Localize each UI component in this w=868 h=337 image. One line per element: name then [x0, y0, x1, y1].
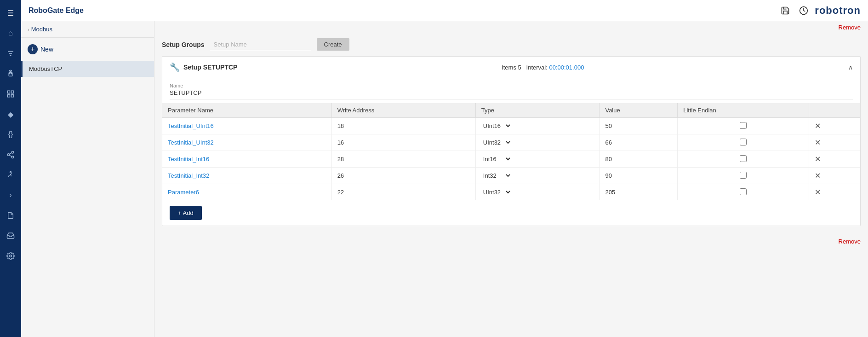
main-wrapper: RoboGate Edge robotron › Modbus + [21, 0, 868, 337]
cell-type-4: UInt16UInt32Int16Int32FloatDouble [475, 184, 600, 201]
type-select-1[interactable]: UInt16UInt32Int16Int32FloatDouble [481, 139, 512, 146]
setup-card: 🔧 Setup SETUPTCP Items 5 Interval: 00:00… [162, 56, 861, 226]
name-field-value: SETUPTCP [170, 89, 853, 99]
little-endian-checkbox-4[interactable] [740, 188, 747, 195]
param-name-link-0[interactable]: TestInitial_UInt16 [168, 122, 214, 129]
hamburger-icon[interactable]: ☰ [2, 5, 19, 21]
delete-button-2[interactable]: ✕ [815, 155, 821, 163]
create-button[interactable]: Create [317, 38, 349, 51]
sidebar-item-modbustcp[interactable]: ModbusTCP [21, 61, 154, 77]
setup-card-meta: Items 5 Interval: 00:00:01.000 [502, 64, 584, 71]
diamond-icon[interactable]: ◆ [2, 106, 19, 122]
new-button-row: + New [21, 38, 154, 61]
little-endian-checkbox-2[interactable] [740, 155, 747, 162]
type-select-2[interactable]: UInt16UInt32Int16Int32FloatDouble [481, 155, 512, 163]
file-icon[interactable] [2, 207, 19, 224]
table-row: TestInitial_UInt16 18 UInt16UInt32Int16I… [162, 118, 860, 134]
topbar: RoboGate Edge robotron [21, 0, 868, 21]
type-select-4[interactable]: UInt16UInt32Int16Int32FloatDouble [481, 188, 512, 196]
robot-icon[interactable] [2, 65, 19, 82]
cell-little-endian-2 [678, 151, 809, 168]
add-button-row: + Add [162, 200, 860, 226]
table-row: Parameter6 22 UInt16UInt32Int16Int32Floa… [162, 184, 860, 201]
svg-point-16 [10, 172, 11, 173]
person-run-icon[interactable] [2, 167, 19, 183]
cell-value-4: 205 [600, 184, 678, 201]
cell-write-address-0: 18 [331, 118, 475, 134]
cell-param-name-2: TestInitial_Int16 [162, 151, 331, 168]
cell-little-endian-4 [678, 184, 809, 201]
save-button[interactable] [778, 3, 793, 18]
cell-value-2: 80 [600, 151, 678, 168]
param-name-link-3[interactable]: TestInitial_Int32 [168, 172, 209, 179]
cell-param-name-3: TestInitial_Int32 [162, 168, 331, 184]
name-section: Name SETUPTCP [162, 78, 860, 103]
cell-type-0: UInt16UInt32Int16Int32FloatDouble [475, 118, 600, 134]
cell-param-name-1: TestInitial_UInt32 [162, 134, 331, 151]
settings-icon[interactable] [2, 248, 19, 264]
setup-card-title: Setup SETUPTCP [183, 64, 237, 71]
col-param-name: Parameter Name [162, 103, 331, 118]
little-endian-checkbox-1[interactable] [740, 139, 747, 145]
svg-line-15 [9, 153, 11, 154]
type-select-3[interactable]: UInt16UInt32Int16Int32FloatDouble [481, 172, 512, 180]
type-select-0[interactable]: UInt16UInt32Int16Int32FloatDouble [481, 122, 512, 130]
svg-point-11 [11, 151, 14, 154]
setup-card-header: 🔧 Setup SETUPTCP Items 5 Interval: 00:00… [162, 57, 860, 78]
param-name-link-4[interactable]: Parameter6 [168, 189, 199, 196]
home-icon[interactable]: ⌂ [2, 25, 19, 41]
bottom-remove-button[interactable]: Remove [839, 238, 861, 245]
svg-point-13 [11, 156, 14, 158]
new-button[interactable]: + New [28, 44, 53, 54]
top-remove-button[interactable]: Remove [839, 24, 861, 31]
breadcrumb[interactable]: › Modbus [28, 26, 148, 33]
history-button[interactable] [796, 3, 811, 18]
add-button[interactable]: + Add [170, 206, 202, 220]
wrench-icon: 🔧 [170, 62, 180, 72]
svg-line-14 [9, 155, 11, 157]
svg-point-5 [11, 73, 12, 74]
col-value: Value [600, 103, 678, 118]
items-count: 5 [518, 64, 521, 71]
svg-point-12 [7, 154, 10, 156]
cell-little-endian-3 [678, 168, 809, 184]
layers-icon[interactable] [2, 227, 19, 244]
table-header-row: Parameter Name Write Address Type Value … [162, 103, 860, 118]
content-wrapper: › Modbus + New ModbusTCP Remove [21, 21, 868, 337]
svg-rect-6 [10, 70, 12, 71]
new-button-label: New [40, 46, 53, 53]
param-name-link-1[interactable]: TestInitial_UInt32 [168, 139, 214, 146]
code-icon[interactable]: {} [2, 126, 19, 143]
svg-rect-10 [11, 95, 14, 97]
collapse-icon[interactable]: ∧ [848, 64, 853, 71]
setup-card-title-row: 🔧 Setup SETUPTCP [170, 62, 237, 72]
cell-type-2: UInt16UInt32Int16Int32FloatDouble [475, 151, 600, 168]
cell-param-name-4: Parameter6 [162, 184, 331, 201]
filter-icon[interactable] [2, 45, 19, 62]
arrow-right-icon[interactable]: › [2, 187, 19, 203]
share-icon[interactable] [2, 146, 19, 163]
delete-button-3[interactable]: ✕ [815, 171, 821, 180]
cell-param-name-0: TestInitial_UInt16 [162, 118, 331, 134]
main-sidebar: ☰ ⌂ ◆ {} › [0, 0, 21, 337]
bottom-remove-bar: Remove [154, 235, 868, 248]
little-endian-checkbox-0[interactable] [740, 122, 747, 129]
breadcrumb-chevron-icon: › [28, 27, 29, 32]
grid-icon[interactable] [2, 86, 19, 102]
little-endian-checkbox-3[interactable] [740, 172, 747, 179]
delete-button-1[interactable]: ✕ [815, 138, 821, 147]
delete-button-0[interactable]: ✕ [815, 122, 821, 130]
setup-groups-label: Setup Groups [162, 41, 205, 48]
delete-button-4[interactable]: ✕ [815, 188, 821, 197]
breadcrumb-label: Modbus [31, 26, 52, 33]
table-row: TestInitial_Int32 26 UInt16UInt32Int16In… [162, 168, 860, 184]
setup-name-input[interactable] [210, 39, 311, 50]
table-row: TestInitial_Int16 28 UInt16UInt32Int16In… [162, 151, 860, 168]
col-little-endian: Little Endian [678, 103, 809, 118]
interval-value: 00:00:01.000 [549, 64, 584, 71]
cell-little-endian-0 [678, 118, 809, 134]
topbar-right: robotron [778, 3, 861, 18]
cell-value-1: 66 [600, 134, 678, 151]
param-name-link-2[interactable]: TestInitial_Int16 [168, 156, 209, 163]
name-field-label: Name [170, 83, 853, 88]
